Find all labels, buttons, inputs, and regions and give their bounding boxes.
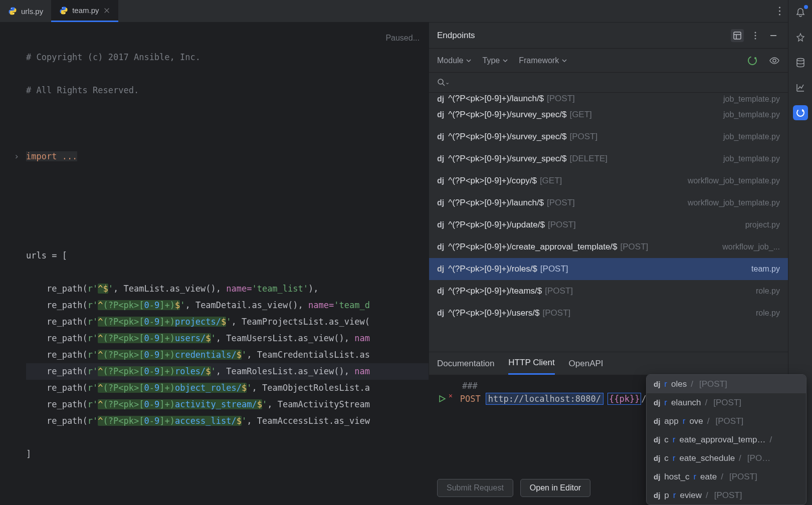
endpoints-list[interactable]: dj^(?P<pk>[0-9]+)/launch/$[POST]job_temp…: [429, 93, 788, 352]
svg-point-16: [773, 59, 776, 62]
code-comment: # Copyright (c) 2017 Ansible, Inc.: [26, 52, 200, 62]
ac-method: [POST]: [729, 472, 757, 482]
svg-rect-7: [734, 32, 741, 39]
autocomplete-item[interactable]: dj host_create/ [POST]: [647, 467, 806, 486]
eye-icon[interactable]: [769, 55, 780, 66]
plots-icon[interactable]: [793, 80, 808, 95]
svg-point-19: [797, 59, 804, 61]
chevron-down-icon: [503, 58, 508, 63]
svg-point-15: [754, 57, 756, 59]
tab-label: urls.py: [21, 7, 43, 16]
autocomplete-popup: dj roles/ [POST]dj relaunch/ [POST]dj ap…: [646, 374, 806, 505]
endpoint-row[interactable]: dj^(?P<pk>[0-9]+)/update/$ [POST]project…: [429, 214, 788, 236]
endpoint-row[interactable]: dj^(?P<pk>[0-9]+)/roles/$ [POST]team.py: [429, 258, 788, 280]
endpoint-path: ^(?P<pk>[0-9]+)/copy/$: [448, 176, 537, 186]
error-indicator-icon: ✕: [449, 392, 453, 399]
code-text: ]: [26, 449, 31, 459]
detail-tabs: Documentation HTTP Client OpenAPI: [429, 352, 788, 375]
framework-badge: dj: [437, 176, 444, 185]
folded-region[interactable]: import ...: [26, 151, 77, 161]
close-icon[interactable]: [103, 7, 110, 14]
chevron-down-icon: [466, 58, 471, 63]
minimize-icon[interactable]: [767, 29, 780, 42]
notifications-icon[interactable]: [793, 5, 808, 20]
ac-method: [POST]: [713, 398, 741, 408]
code-editor[interactable]: Paused... # Copyright (c) 2017 Ansible, …: [0, 23, 429, 505]
endpoint-row[interactable]: dj^(?P<pk>[0-9]+)/survey_spec/$ [GET]job…: [429, 104, 788, 126]
endpoint-row[interactable]: dj^(?P<pk>[0-9]+)/survey_spec/$ [POST]jo…: [429, 126, 788, 148]
python-icon: [8, 7, 17, 16]
endpoint-file: project.py: [745, 220, 780, 229]
autocomplete-item[interactable]: dj roles/ [POST]: [647, 375, 806, 393]
endpoint-file: role.py: [756, 287, 780, 296]
framework-badge: dj: [654, 380, 660, 388]
svg-point-4: [779, 7, 780, 8]
http-url-line[interactable]: http://localhost:8080/{{pk}}/r/: [486, 394, 658, 404]
endpoint-path: ^(?P<pk>[0-9]+)/create_approval_template…: [448, 242, 617, 252]
tab-more-actions[interactable]: [771, 7, 788, 16]
autocomplete-item[interactable]: dj create_approval_temp…/: [647, 430, 806, 449]
detail-tab-openapi[interactable]: OpenAPI: [569, 352, 603, 375]
endpoint-file: workflow_job_template.py: [688, 198, 780, 207]
endpoint-row[interactable]: dj^(?P<pk>[0-9]+)/copy/$ [GET]workflow_j…: [429, 170, 788, 192]
framework-badge: dj: [437, 110, 444, 119]
endpoint-row[interactable]: dj^(?P<pk>[0-9]+)/teams/$ [POST]role.py: [429, 280, 788, 302]
endpoint-file: job_template.py: [723, 132, 780, 141]
http-variable: {{pk}}: [607, 393, 641, 405]
detail-tab-http-client[interactable]: HTTP Client: [508, 352, 554, 375]
kebab-icon: [778, 7, 781, 16]
autocomplete-item[interactable]: dj create_schedule/ [PO…: [647, 449, 806, 467]
endpoint-row[interactable]: dj^(?P<pk>[0-9]+)/users/$ [POST]role.py: [429, 302, 788, 324]
endpoint-method: [POST]: [621, 242, 649, 252]
endpoint-path: ^(?P<pk>[0-9]+)/survey_spec/$: [448, 110, 566, 120]
framework-badge: dj: [437, 220, 444, 229]
submit-request-button[interactable]: Submit Request: [437, 479, 513, 497]
endpoint-row[interactable]: dj^(?P<pk>[0-9]+)/launch/$ [POST]workflo…: [429, 192, 788, 214]
ac-method: [POST]: [716, 416, 744, 426]
endpoint-method: [POST]: [548, 220, 576, 230]
autocomplete-item[interactable]: dj approve/ [POST]: [647, 412, 806, 430]
endpoint-method: [POST]: [540, 264, 568, 274]
autocomplete-item[interactable]: dj relaunch/ [POST]: [647, 393, 806, 412]
detail-tab-documentation[interactable]: Documentation: [437, 352, 494, 375]
framework-badge: dj: [654, 454, 660, 462]
open-in-editor-button[interactable]: Open in Editor: [520, 479, 590, 497]
endpoint-path: ^(?P<pk>[0-9]+)/update/$: [448, 220, 545, 230]
svg-point-11: [755, 35, 756, 36]
filter-framework[interactable]: Framework: [519, 56, 567, 65]
code-area[interactable]: # Copyright (c) 2017 Ansible, Inc. # All…: [0, 23, 429, 505]
framework-badge: dj: [654, 435, 660, 444]
framework-badge: dj: [437, 198, 444, 207]
http-method: POST: [460, 394, 481, 404]
openapi-icon[interactable]: [747, 55, 758, 66]
filter-type[interactable]: Type: [482, 56, 508, 65]
tab-urls-py[interactable]: urls.py: [0, 0, 51, 22]
endpoint-method: [GET]: [540, 176, 562, 186]
endpoint-row[interactable]: dj^(?P<pk>[0-9]+)/survey_spec/$ [DELETE]…: [429, 148, 788, 170]
fold-arrow-icon[interactable]: ›: [14, 148, 19, 165]
endpoint-method: [POST]: [547, 198, 575, 208]
endpoint-row[interactable]: dj^(?P<pk>[0-9]+)/launch/$[POST]job_temp…: [429, 93, 788, 104]
kebab-menu[interactable]: [749, 29, 762, 42]
endpoint-method: [GET]: [569, 110, 591, 120]
run-icon[interactable]: [438, 395, 446, 403]
endpoints-tool-icon[interactable]: [793, 105, 808, 120]
autocomplete-item[interactable]: dj preview/ [POST]: [647, 486, 806, 504]
endpoint-row[interactable]: dj^(?P<pk>[0-9]+)/create_approval_templa…: [429, 236, 788, 258]
endpoints-search[interactable]: ⌄: [429, 73, 788, 93]
framework-badge: dj: [654, 398, 660, 407]
chevron-down-icon: [562, 58, 567, 63]
tab-label: team.py: [72, 6, 99, 15]
framework-badge: dj: [654, 472, 660, 481]
svg-point-10: [755, 32, 756, 33]
endpoint-method: [POST]: [545, 286, 573, 296]
tab-team-py[interactable]: team.py: [51, 0, 118, 22]
svg-point-1: [14, 14, 15, 15]
code-text: urls = [: [26, 250, 67, 261]
endpoint-path: ^(?P<pk>[0-9]+)/roles/$: [448, 264, 537, 274]
database-icon[interactable]: [793, 55, 808, 70]
view-mode-icon[interactable]: [731, 29, 744, 42]
filter-module[interactable]: Module: [437, 56, 471, 65]
ai-assistant-icon[interactable]: [793, 30, 808, 45]
framework-badge: dj: [437, 309, 444, 318]
